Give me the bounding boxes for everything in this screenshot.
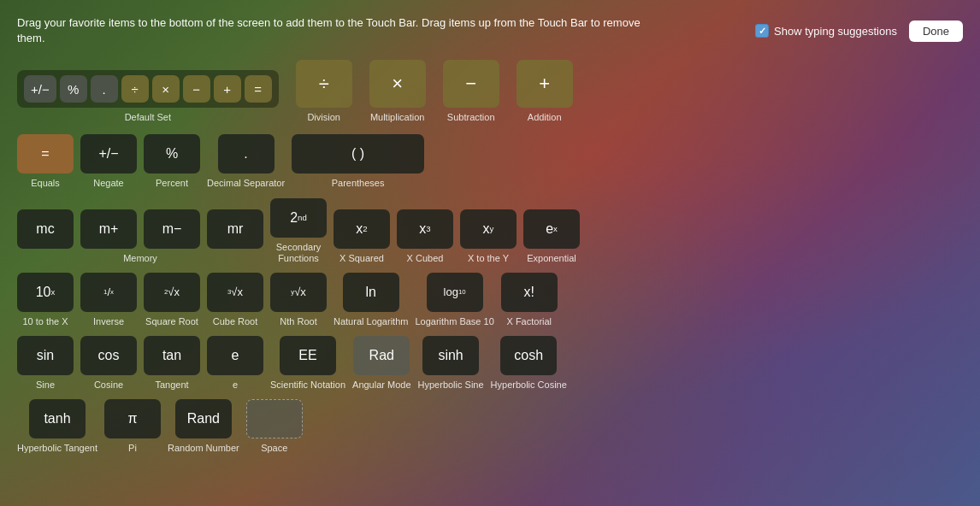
space-item: · · · · · · · · · Space — [246, 399, 303, 454]
btn-decimal-ds[interactable]: . — [91, 75, 118, 103]
btn-mplus[interactable]: m+ — [80, 209, 137, 249]
btn-add-ds[interactable]: + — [214, 75, 241, 103]
e-label: e — [233, 380, 238, 391]
inverse-label: Inverse — [93, 316, 124, 327]
show-typing-label: Show typing suggestions — [774, 25, 897, 38]
equals-label: Equals — [31, 178, 60, 189]
cbrt-label: Cube Root — [213, 316, 258, 327]
btn-percent-ds[interactable]: % — [60, 75, 87, 103]
sinh-item: sinh Hyperbolic Sine — [418, 336, 484, 391]
btn-rand[interactable]: Rand — [175, 399, 232, 438]
sqrt-label: Square Root — [145, 316, 198, 327]
space-label: Space — [261, 443, 287, 454]
ten-x-item: 10x 10 to the X — [17, 273, 74, 327]
sqrt-item: 2√x Square Root — [144, 273, 200, 327]
parens-label: Parentheses — [332, 178, 385, 189]
btn-cosh[interactable]: cosh — [500, 336, 557, 375]
subtraction-group: − Subtraction — [443, 60, 499, 122]
nth-root-item: y√x Nth Root — [270, 273, 327, 327]
btn-multiply-ds[interactable]: × — [152, 75, 180, 103]
header-controls: Show typing suggestions Done — [755, 21, 963, 42]
btn-mr[interactable]: mr — [207, 209, 263, 249]
btn-subtraction[interactable]: − — [443, 60, 499, 108]
row1: = Equals +/− Negate % Percent . Decimal … — [17, 134, 963, 189]
x-squared-label: X Squared — [339, 253, 384, 264]
sin-label: Sine — [36, 380, 55, 391]
btn-subtract-ds[interactable]: − — [183, 75, 210, 103]
btn-cbrt[interactable]: 3√x — [207, 273, 263, 312]
addition-label: Addition — [528, 112, 562, 122]
factorial-label: X Factorial — [506, 316, 552, 327]
btn-percent[interactable]: % — [144, 134, 200, 174]
row4: sin Sine cos Cosine tan Tangent e e EE S… — [17, 336, 963, 391]
btn-decimal[interactable]: . — [218, 134, 275, 174]
done-button[interactable]: Done — [909, 21, 963, 42]
btn-tan[interactable]: tan — [144, 336, 200, 375]
negate-item: +/− Negate — [80, 134, 137, 189]
btn-sinh[interactable]: sinh — [422, 336, 479, 375]
header: Drag your favorite items to the bottom o… — [17, 15, 963, 46]
show-typing-checkbox[interactable] — [755, 24, 769, 38]
btn-addition[interactable]: + — [517, 60, 573, 108]
instruction-label: Drag your favorite items to the bottom o… — [17, 16, 641, 44]
pi-label: Pi — [128, 443, 137, 454]
rand-label: Random Number — [168, 443, 239, 454]
btn-division[interactable]: ÷ — [296, 60, 352, 108]
x-to-y-label: X to the Y — [468, 253, 509, 264]
btn-negate[interactable]: +/− — [80, 134, 137, 174]
btn-negate-ds[interactable]: +/− — [24, 75, 56, 103]
btn-divide-ds[interactable]: ÷ — [121, 75, 149, 103]
btn-sqrt[interactable]: 2√x — [144, 273, 200, 312]
row3: 10x 10 to the X 1/x Inverse 2√x Square R… — [17, 273, 963, 327]
exponential-label: Exponential — [527, 253, 576, 264]
pi-item: π Pi — [104, 399, 161, 454]
btn-nth-root[interactable]: y√x — [270, 273, 327, 312]
btn-space[interactable]: · · · · · · · · · — [246, 399, 303, 438]
default-set-buttons: +/− % . ÷ × − + = — [17, 70, 279, 108]
btn-ten-x[interactable]: 10x — [17, 273, 74, 312]
btn-ln[interactable]: ln — [343, 273, 399, 312]
tanh-item: tanh Hyperbolic Tangent — [17, 399, 97, 454]
btn-sin[interactable]: sin — [17, 336, 74, 375]
percent-label: Percent — [156, 178, 188, 189]
btn-x-to-y[interactable]: xy — [460, 209, 517, 249]
x-cubed-label: X Cubed — [407, 253, 444, 264]
btn-ee[interactable]: EE — [280, 336, 336, 375]
show-typing-option[interactable]: Show typing suggestions — [755, 24, 897, 38]
btn-mminus[interactable]: m− — [144, 209, 200, 249]
btn-rad[interactable]: Rad — [353, 336, 410, 375]
btn-tanh[interactable]: tanh — [29, 399, 86, 438]
cos-item: cos Cosine — [80, 336, 137, 391]
btn-multiplication[interactable]: × — [369, 60, 426, 108]
inverse-item: 1/x Inverse — [80, 273, 137, 327]
btn-exponential[interactable]: ex — [523, 209, 580, 249]
cos-label: Cosine — [94, 380, 123, 391]
default-set-label: Default Set — [125, 112, 171, 122]
default-set-group: +/− % . ÷ × − + = Default Set — [17, 70, 279, 122]
btn-pi[interactable]: π — [104, 399, 161, 438]
instruction-text: Drag your favorite items to the bottom o… — [17, 15, 667, 46]
btn-x-squared[interactable]: x2 — [334, 209, 390, 249]
exponential-item: ex Exponential — [523, 209, 580, 264]
btn-secondary[interactable]: 2nd — [270, 198, 327, 238]
row5: tanh Hyperbolic Tangent π Pi Rand Random… — [17, 399, 963, 454]
negate-label: Negate — [93, 178, 123, 189]
x-cubed-item: x3 X Cubed — [397, 209, 453, 264]
btn-log10[interactable]: log10 — [427, 273, 483, 312]
x-to-y-item: xy X to the Y — [460, 209, 517, 264]
btn-e[interactable]: e — [207, 336, 263, 375]
tan-item: tan Tangent — [144, 336, 200, 391]
btn-mc[interactable]: mc — [17, 209, 74, 249]
parens-item: ( ) Parentheses — [292, 134, 424, 189]
btn-equals-ds[interactable]: = — [245, 75, 272, 103]
btn-x-cubed[interactable]: x3 — [397, 209, 453, 249]
decimal-label: Decimal Separator — [207, 178, 285, 189]
percent-item: % Percent — [144, 134, 200, 189]
btn-parens[interactable]: ( ) — [292, 134, 424, 174]
btn-factorial[interactable]: x! — [501, 273, 558, 312]
btn-cos[interactable]: cos — [80, 336, 137, 375]
ee-item: EE Scientific Notation — [270, 336, 345, 391]
btn-equals[interactable]: = — [17, 134, 74, 174]
rad-label: Angular Mode — [352, 380, 411, 391]
btn-inverse[interactable]: 1/x — [80, 273, 137, 312]
